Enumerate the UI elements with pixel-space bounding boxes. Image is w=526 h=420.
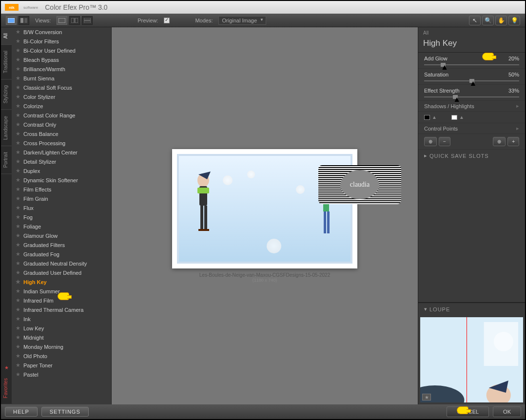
filter-item[interactable]: ★Bi-Color User Defined: [12, 46, 111, 55]
filter-item[interactable]: ★Paper Toner: [12, 361, 111, 370]
filter-item[interactable]: ★Bleach Bypass: [12, 55, 111, 64]
favorite-star-icon[interactable]: ★: [16, 232, 20, 239]
filter-item[interactable]: ★Old Photo: [12, 351, 111, 361]
cp-button-4[interactable]: +: [507, 137, 519, 146]
filter-item[interactable]: ★Film Grain: [12, 194, 111, 203]
favorite-star-icon[interactable]: ★: [16, 353, 20, 359]
favorite-star-icon[interactable]: ★: [16, 279, 20, 285]
favorite-star-icon[interactable]: ★: [16, 251, 20, 257]
slider-thumb[interactable]: ▲: [469, 79, 474, 83]
highlight-thumb[interactable]: ▲: [459, 115, 464, 120]
favorite-star-icon[interactable]: ★: [16, 269, 20, 276]
slider-thumb[interactable]: ▲: [441, 63, 446, 67]
view-single-icon[interactable]: [57, 16, 67, 25]
favorite-star-icon[interactable]: ★: [16, 306, 20, 313]
filter-item[interactable]: ★Cross Balance: [12, 129, 111, 138]
favorite-star-icon[interactable]: ★: [16, 316, 20, 322]
hand-tool-icon[interactable]: ✋: [495, 16, 507, 25]
expand-arrow-icon[interactable]: ▸: [516, 103, 519, 109]
filter-item[interactable]: ★Low Key: [12, 324, 111, 333]
filter-item[interactable]: ★Pastel: [12, 370, 111, 379]
filter-item[interactable]: ★Colorize: [12, 101, 111, 111]
favorite-star-icon[interactable]: ★: [16, 325, 20, 331]
favorite-star-icon[interactable]: ★: [16, 29, 20, 35]
filter-item[interactable]: ★Detail Stylizer: [12, 157, 111, 166]
filter-item[interactable]: ★Fog: [12, 212, 111, 222]
favorite-star-icon[interactable]: ★: [16, 371, 20, 378]
favorite-star-icon[interactable]: ★: [16, 140, 20, 146]
zoom-tool-icon[interactable]: 🔍: [482, 16, 494, 25]
quick-save-section[interactable]: ▸ QUICK SAVE SLOTS: [418, 150, 525, 162]
ok-button[interactable]: OK: [493, 406, 521, 417]
favorite-star-icon[interactable]: ★: [16, 242, 20, 248]
slider-track[interactable]: ▲: [424, 96, 519, 97]
favorite-star-icon[interactable]: ★: [16, 362, 20, 368]
mode-select[interactable]: Original Image: [218, 16, 266, 25]
tab-all[interactable]: All: [1, 27, 12, 45]
tab-landscape[interactable]: Landscape: [1, 110, 12, 146]
tab-traditional[interactable]: Traditional: [1, 45, 12, 79]
loupe-favorite-button[interactable]: ★: [422, 394, 431, 401]
filter-item[interactable]: ★Darken/Lighten Center: [12, 148, 111, 157]
filter-item[interactable]: ★B/W Conversion: [12, 27, 111, 37]
favorite-star-icon[interactable]: ★: [16, 214, 20, 220]
canvas-area[interactable]: claudia Les-Boules-de-Neige-van-Maxou-CG…: [112, 27, 418, 404]
expand-arrow-icon[interactable]: ▸: [516, 125, 519, 132]
favorite-star-icon[interactable]: ★: [16, 205, 20, 211]
shadow-swatch[interactable]: [424, 115, 430, 120]
view-split-icon[interactable]: [69, 16, 80, 25]
favorite-star-icon[interactable]: ★: [16, 66, 20, 72]
loupe-section[interactable]: ▾ LOUPE: [418, 303, 525, 315]
favorite-star-icon[interactable]: ★: [16, 223, 20, 229]
loupe-preview[interactable]: ★: [420, 317, 523, 402]
favorite-star-icon[interactable]: ★: [16, 94, 20, 100]
filter-item[interactable]: ★Glamour Glow: [12, 231, 111, 240]
tab-portrait[interactable]: Portrait: [1, 146, 12, 174]
filter-item[interactable]: ★Bi-Color Filters: [12, 37, 111, 46]
preview-checkbox[interactable]: [164, 18, 170, 23]
favorite-star-icon[interactable]: ★: [16, 112, 20, 118]
favorite-star-icon[interactable]: ★: [16, 38, 20, 44]
filter-item[interactable]: ★Foliage: [12, 222, 111, 231]
filter-item[interactable]: ★Burnt Sienna: [12, 74, 111, 83]
filter-item[interactable]: ★Classical Soft Focus: [12, 83, 111, 92]
shadow-thumb[interactable]: ▲: [432, 115, 437, 120]
view-list-icon[interactable]: [19, 16, 29, 25]
settings-button[interactable]: SETTINGS: [41, 407, 89, 417]
info-tool-icon[interactable]: 💡: [508, 16, 520, 25]
slider-track[interactable]: ▲: [424, 80, 519, 81]
filter-item[interactable]: ★Brilliance/Warmth: [12, 64, 111, 74]
filter-item[interactable]: ★Infrared Film: [12, 296, 111, 305]
filter-item[interactable]: ★Duplex: [12, 166, 111, 175]
filter-item[interactable]: ★Midnight: [12, 333, 111, 342]
tab-favorites[interactable]: Favorites: [1, 372, 12, 404]
view-side-icon[interactable]: [82, 16, 93, 25]
favorite-star-icon[interactable]: ★: [16, 344, 20, 350]
filter-item[interactable]: ★Indian Summer: [12, 286, 111, 296]
filter-item[interactable]: ★Contrast Color Range: [12, 111, 111, 120]
favorite-star-icon[interactable]: ★: [16, 195, 20, 202]
favorite-star-icon[interactable]: ★: [16, 297, 20, 304]
filter-item[interactable]: ★Graduated Neutral Density: [12, 259, 111, 268]
view-thumb-icon[interactable]: [6, 16, 17, 25]
filter-item[interactable]: ★Flux: [12, 203, 111, 212]
favorite-star-icon[interactable]: ★: [16, 158, 20, 165]
filter-item[interactable]: ★Contrast Only: [12, 120, 111, 129]
slider-track[interactable]: ▲: [424, 64, 519, 65]
filter-item[interactable]: ★Film Effects: [12, 185, 111, 194]
filter-item[interactable]: ★Dynamic Skin Softener: [12, 175, 111, 185]
favorite-star-icon[interactable]: ★: [16, 57, 20, 63]
favorite-star-icon[interactable]: ★: [16, 84, 20, 91]
favorite-star-icon[interactable]: ★: [16, 334, 20, 341]
pointer-tool-icon[interactable]: ↖: [469, 16, 481, 25]
favorite-star-icon[interactable]: ★: [16, 288, 20, 294]
favorite-star-icon[interactable]: ★: [16, 260, 20, 267]
filter-list[interactable]: ★B/W Conversion★Bi-Color Filters★Bi-Colo…: [12, 27, 112, 404]
filter-item[interactable]: ★Graduated Filters: [12, 240, 111, 249]
favorite-star-icon[interactable]: ★: [16, 131, 20, 137]
favorite-star-icon[interactable]: ★: [16, 186, 20, 192]
highlight-swatch[interactable]: [451, 115, 457, 120]
favorite-star-icon[interactable]: ★: [16, 168, 20, 174]
favorite-star-icon[interactable]: ★: [16, 47, 20, 54]
cancel-button[interactable]: CANCEL: [447, 406, 489, 417]
